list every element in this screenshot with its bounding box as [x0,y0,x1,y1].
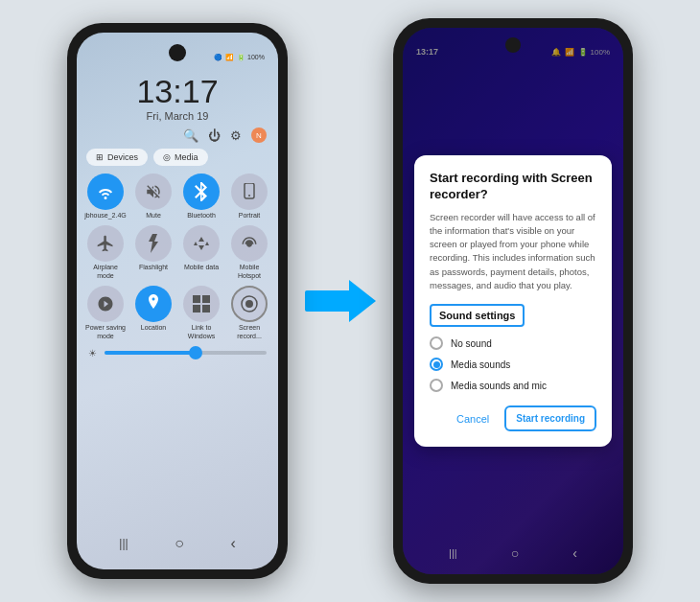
radio-inner-dot [433,361,440,368]
radio-media-mic[interactable]: Media sounds and mic [430,379,596,392]
hotspot-label: Mobile Hotspot [228,264,270,280]
screen-record-toggle[interactable] [231,286,268,322]
right-phone-notch [505,37,521,53]
portrait-toggle[interactable] [231,174,268,210]
svg-point-7 [245,300,253,308]
svg-rect-2 [193,295,200,303]
dialog-actions: Cancel Start recording [430,405,596,431]
clock-time: 13:17 [77,73,278,110]
tab-devices-label: Devices [107,152,138,162]
nav-recent-button[interactable]: ||| [119,537,128,550]
right-phone-screen: 13:17 🔔 📶 🔋 100% Start recording with Sc… [403,28,623,574]
left-phone-screen: 🔵 📶 🔋 100% 13:17 Fri, March 19 🔍 ⏻ ⚙ N [77,33,278,569]
location-toggle[interactable] [135,286,172,322]
cancel-button[interactable]: Cancel [451,409,495,428]
svg-rect-5 [202,305,210,313]
airplane-toggle[interactable] [87,225,124,262]
qs-header: 🔍 ⏻ ⚙ N [77,127,278,149]
bluetooth-toggle[interactable] [183,174,220,210]
qs-tabs: ⊞ Devices ◎ Media [77,149,278,174]
nav-home-button[interactable]: ○ [175,535,184,552]
bluetooth-label: Bluetooth [187,212,216,220]
dialog-body: Screen recorder will have access to all … [430,211,596,293]
user-icon: N [251,127,267,143]
radio-media-sounds[interactable]: Media sounds [430,358,596,371]
right-phone: 13:17 🔔 📶 🔋 100% Start recording with Sc… [393,18,633,584]
clock-area: 13:17 Fri, March 19 [77,63,278,127]
brightness-slider[interactable] [105,351,267,355]
start-recording-button[interactable]: Start recording [504,405,596,431]
list-item: Mobile data [180,225,222,280]
arrow-head [349,280,376,322]
right-nav-home-button[interactable]: ○ [511,545,519,561]
media-sounds-label: Media sounds [451,359,510,370]
media-mic-label: Media sounds and mic [451,381,547,391]
phone-nav-right: ||| ○ ‹ [403,545,623,561]
mute-label: Mute [146,212,161,220]
screen-record-label: Screen record... [228,324,270,340]
link-windows-toggle[interactable] [183,286,220,322]
left-phone: 🔵 📶 🔋 100% 13:17 Fri, March 19 🔍 ⏻ ⚙ N [67,23,288,579]
list-item: Mute [132,174,175,220]
radio-media-mic-circle[interactable] [430,379,443,392]
right-nav-back-button[interactable]: ‹ [572,545,577,561]
tab-media[interactable]: ◎ Media [153,149,208,166]
list-item: Portrait [228,174,270,220]
link-windows-label: Link to Windows [180,324,222,340]
list-item: Bluetooth [180,174,222,220]
radio-no-sound[interactable]: No sound [430,336,596,350]
arrow-container [305,280,376,322]
dialog-title: Start recording with Screen recorder? [430,171,596,203]
mute-toggle[interactable] [135,174,172,210]
sound-options: No sound Media sounds Media sounds and m… [430,336,596,392]
phone-nav-left: ||| ○ ‹ [77,535,278,552]
search-icon[interactable]: 🔍 [183,128,198,143]
list-item: Airplane mode [84,225,127,280]
status-icons-left: 🔵 📶 🔋 100% [214,54,265,61]
list-item: jbhouse_2.4G [84,174,127,220]
screen-record-dialog: Start recording with Screen recorder? Sc… [414,155,612,447]
right-nav-recent-button[interactable]: ||| [449,547,457,559]
list-item: Power saving mode [84,286,127,340]
list-item: Location [132,286,175,340]
arrow-shape [305,280,376,322]
phone-notch [169,44,186,61]
tab-devices[interactable]: ⊞ Devices [86,149,148,166]
brightness-row: ☀ [77,340,278,366]
settings-icon[interactable]: ⚙ [230,128,242,143]
svg-rect-4 [193,305,200,313]
tab-media-label: Media [175,152,198,162]
sound-settings-label: Sound settings [430,304,525,327]
qs-grid: jbhouse_2.4G Mute Bluetooth [77,174,278,340]
flashlight-label: Flashlight [139,264,168,271]
scene: 🔵 📶 🔋 100% 13:17 Fri, March 19 🔍 ⏻ ⚙ N [0,0,700,602]
list-item: Mobile Hotspot [228,225,270,280]
media-circle-icon: ◎ [163,152,171,162]
wifi-toggle[interactable] [87,174,124,210]
radio-media-sounds-circle[interactable] [430,358,443,371]
list-item: Screen record... [228,286,270,340]
list-item: Flashlight [132,225,175,280]
mobile-data-toggle[interactable] [183,225,220,262]
radio-no-sound-circle[interactable] [430,336,443,350]
nav-back-button[interactable]: ‹ [230,535,235,552]
location-label: Location [141,324,166,332]
devices-grid-icon: ⊞ [96,152,104,162]
power-save-label: Power saving mode [84,324,127,340]
svg-point-1 [248,195,250,197]
arrow-body [305,290,349,312]
flashlight-toggle[interactable] [135,225,172,262]
no-sound-label: No sound [451,338,492,349]
wifi-label: jbhouse_2.4G [84,212,127,220]
clock-date: Fri, March 19 [77,110,278,122]
airplane-label: Airplane mode [84,264,127,280]
power-save-toggle[interactable] [87,286,124,322]
mobile-data-label: Mobile data [184,264,219,271]
svg-rect-3 [202,295,210,303]
dialog-overlay: Start recording with Screen recorder? Sc… [403,28,623,574]
portrait-label: Portrait [239,212,261,220]
power-icon[interactable]: ⏻ [208,128,221,143]
list-item: Link to Windows [180,286,222,340]
brightness-icon: ☀ [88,348,97,359]
hotspot-toggle[interactable] [231,225,268,262]
